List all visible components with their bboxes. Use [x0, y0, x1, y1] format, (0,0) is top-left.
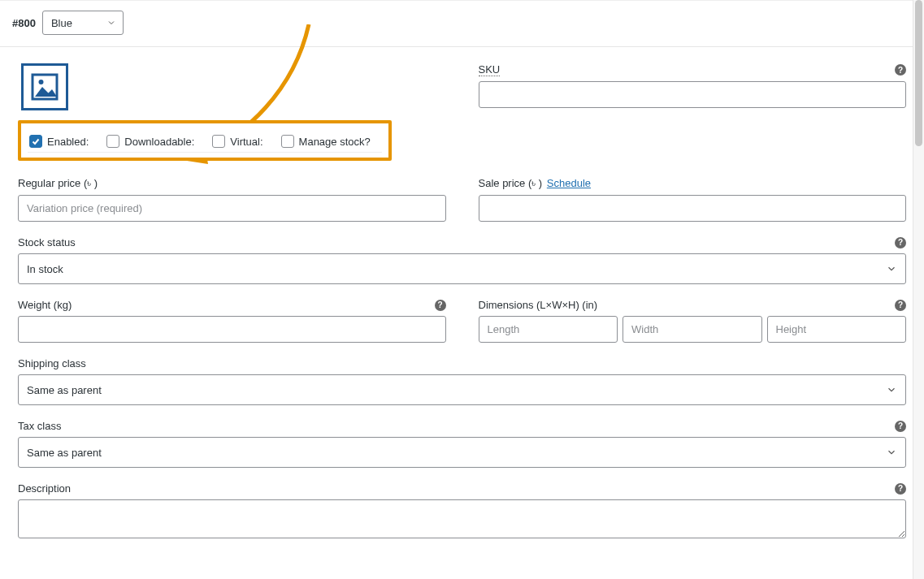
chevron-down-icon [886, 447, 897, 458]
chevron-down-icon [886, 263, 897, 274]
chevron-down-icon [886, 384, 897, 395]
downloadable-label: Downloadable: [124, 136, 194, 148]
shipping-class-label: Shipping class [18, 357, 86, 369]
scrollbar-thumb[interactable] [915, 0, 922, 146]
stock-status-value: In stock [27, 263, 63, 275]
variation-header: #800 Blue [0, 1, 924, 47]
checkbox-icon [29, 135, 42, 148]
length-input[interactable] [479, 316, 618, 343]
downloadable-checkbox[interactable]: Downloadable: [106, 135, 194, 148]
checkboxes-highlight: Enabled: Downloadable: Virtual: Manage s… [18, 120, 392, 161]
regular-price-input[interactable] [18, 195, 446, 222]
help-icon[interactable]: ? [895, 421, 906, 432]
help-icon[interactable]: ? [895, 237, 906, 248]
weight-label: Weight (kg) [18, 299, 72, 311]
sku-input[interactable] [479, 81, 907, 108]
virtual-label: Virtual: [230, 136, 262, 148]
shipping-class-value: Same as parent [27, 384, 102, 396]
regular-price-label: Regular price (৳ ) [18, 177, 98, 190]
scrollbar[interactable] [913, 0, 924, 579]
schedule-link[interactable]: Schedule [547, 177, 591, 189]
description-textarea[interactable] [18, 499, 906, 538]
attribute-select[interactable]: Blue [42, 11, 124, 35]
stock-status-label: Stock status [18, 236, 76, 248]
tax-class-select[interactable]: Same as parent [18, 437, 906, 468]
enabled-label: Enabled: [47, 136, 89, 148]
dimensions-label: Dimensions (L×W×H) (in) [479, 299, 598, 311]
manage-stock-label: Manage stock? [299, 136, 371, 148]
attribute-value: Blue [51, 17, 72, 29]
variation-id: #800 [12, 17, 36, 29]
tax-class-value: Same as parent [27, 447, 102, 459]
checkbox-icon [212, 135, 225, 148]
shipping-class-select[interactable]: Same as parent [18, 374, 906, 405]
help-icon[interactable]: ? [895, 483, 906, 495]
sale-price-label: Sale price (৳ ) [479, 177, 543, 189]
variation-image-placeholder[interactable] [21, 63, 68, 110]
description-label: Description [18, 482, 71, 495]
enabled-checkbox[interactable]: Enabled: [29, 135, 89, 148]
help-icon[interactable]: ? [895, 64, 906, 76]
svg-point-2 [39, 80, 44, 84]
height-input[interactable] [767, 316, 907, 343]
checkbox-icon [106, 135, 119, 148]
manage-stock-checkbox[interactable]: Manage stock? [281, 135, 371, 148]
help-icon[interactable]: ? [435, 300, 446, 311]
tax-class-label: Tax class [18, 420, 61, 432]
virtual-checkbox[interactable]: Virtual: [212, 135, 262, 148]
chevron-down-icon [106, 18, 116, 28]
width-input[interactable] [623, 316, 762, 343]
help-icon[interactable]: ? [895, 300, 906, 311]
checkbox-icon [281, 135, 294, 148]
image-placeholder-icon [30, 72, 59, 102]
stock-status-select[interactable]: In stock [18, 253, 906, 284]
sku-label: SKU [479, 63, 501, 76]
weight-input[interactable] [18, 316, 446, 343]
sale-price-input[interactable] [479, 195, 907, 222]
